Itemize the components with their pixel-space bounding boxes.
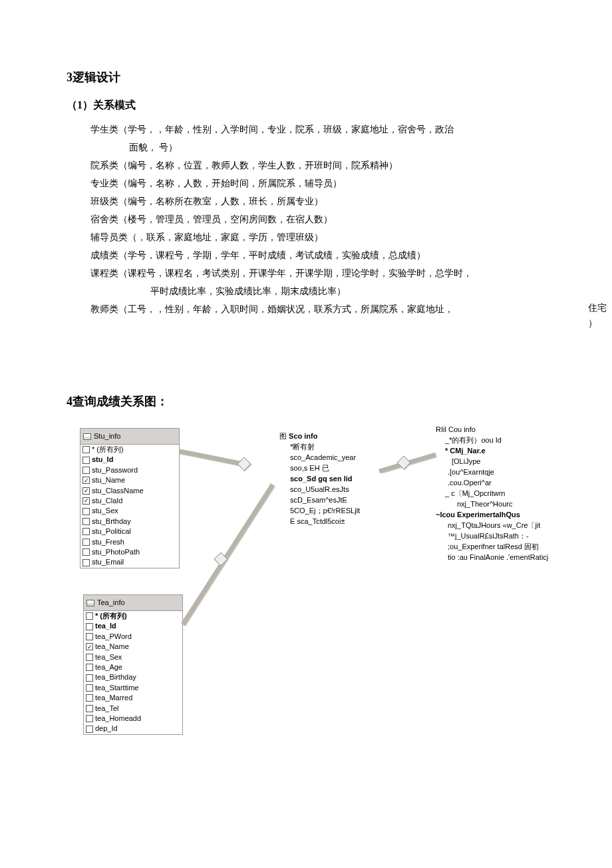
col-label: stu_Password: [92, 465, 138, 475]
schema-line: 教师类（工号，，性别，年龄，入职时间，婚姻状况，联系方式，所属院系，家庭地址，: [90, 300, 545, 318]
col-label: tea_PWord: [95, 632, 132, 642]
table-row[interactable]: tea_Id: [84, 621, 182, 631]
sco-line: E sca_Tctdl5coi±: [290, 517, 386, 527]
col-label: stu_Brthday: [92, 517, 131, 527]
col-label: tea_Birthday: [95, 672, 136, 682]
schema-line: 学生类（学号，，年龄，性别，入学时间，专业，院系，班级，家庭地址，宿舍号，政治: [90, 120, 545, 138]
cou-line: ™j_UsualR£siJtsRath：-: [436, 531, 569, 542]
checkbox-icon[interactable]: [86, 715, 93, 722]
table-row[interactable]: stu_Political: [80, 527, 179, 537]
table-row[interactable]: tea_Homeadd: [84, 714, 182, 724]
table-icon-label: 图: [279, 432, 287, 440]
checkbox-icon[interactable]: [82, 508, 90, 515]
sco-line: scD_Esam^esJtE: [290, 495, 386, 506]
schema-line: 成绩类（学号，课程号，学期，学年，平时成绩，考试成绩，实验成绩，总成绩）: [90, 246, 545, 264]
table-row[interactable]: tea_Age: [84, 662, 182, 672]
checkbox-icon[interactable]: [86, 623, 93, 630]
checkbox-icon[interactable]: ✓: [82, 477, 90, 484]
checkbox-icon[interactable]: [86, 726, 93, 733]
table-stu-info[interactable]: Stu_info * (所有列) stu_Id stu_Password ✓st…: [80, 428, 180, 568]
sco-line: sco_U5ualR.esJts: [290, 485, 386, 495]
section4-heading: 4查询成绩关系图：: [67, 391, 545, 412]
schema-line: 平时成绩比率，实验成绩比率，期末成绩比率）: [90, 282, 545, 300]
col-label: tea_Name: [95, 642, 129, 652]
col-label: tea_Tel: [95, 704, 118, 714]
checkbox-icon[interactable]: [86, 684, 93, 692]
checkbox-icon[interactable]: ✓: [82, 497, 90, 505]
table-row[interactable]: stu_Id: [80, 455, 179, 465]
table-row[interactable]: * (所有列): [84, 611, 182, 621]
cou-line: ~Icou ExperimertalhQus: [436, 510, 569, 521]
table-row[interactable]: stu_Email: [80, 557, 179, 567]
table-row[interactable]: tea_Starttime: [84, 683, 182, 693]
checkbox-icon[interactable]: ✓: [82, 487, 90, 495]
table-row[interactable]: ✓stu_ClassName: [80, 486, 179, 496]
checkbox-icon[interactable]: [86, 705, 93, 712]
table-title-text: Stu_info: [94, 430, 120, 443]
checkbox-icon[interactable]: [86, 694, 93, 702]
cou-line: [OLiJype: [445, 457, 569, 467]
svg-rect-2: [397, 456, 410, 469]
checkbox-icon[interactable]: ✓: [86, 643, 93, 650]
table-row[interactable]: dep_Id: [84, 724, 182, 734]
table-row[interactable]: stu_Password: [80, 465, 179, 475]
cou-line: nxj_Theor^Hourc: [445, 499, 569, 510]
table-row[interactable]: stu_PhotoPath: [80, 547, 179, 557]
sco-line: sco_Sd gq sen lid: [290, 474, 386, 485]
schema-line: 院系类（编号，名称，位置，教师人数，学生人数，开班时间，院系精神）: [90, 156, 545, 174]
col-label: tea_Id: [95, 621, 116, 631]
cou-line: _ c〔Mj_Opcritwrn: [445, 489, 569, 499]
col-label: tea_Sex: [95, 652, 122, 662]
checkbox-icon[interactable]: [82, 518, 90, 525]
table-row[interactable]: stu_Brthday: [80, 517, 179, 527]
checkbox-icon[interactable]: [82, 457, 90, 464]
schema-list: 学生类（学号，，年龄，性别，入学时间，专业，院系，班级，家庭地址，宿舍号，政治 …: [67, 120, 545, 318]
checkbox-icon[interactable]: [86, 633, 93, 640]
cou-line: * CMj_Nar.e: [445, 446, 569, 457]
checkbox-icon[interactable]: [86, 664, 93, 671]
cou-line: ;ou_Experifner talResd 固初: [436, 542, 569, 552]
cou-line: tio :au FinalAonie .'ementRaticj: [436, 552, 569, 563]
table-row[interactable]: ✓tea_Name: [84, 642, 182, 652]
checkbox-icon[interactable]: [82, 539, 90, 546]
checkbox-icon[interactable]: [86, 654, 93, 661]
col-label: * (所有列): [92, 445, 124, 455]
section3-sub1: （1）关系模式: [67, 96, 545, 114]
table-row[interactable]: tea_PWord: [84, 632, 182, 642]
checkbox-icon[interactable]: [82, 467, 90, 474]
table-row[interactable]: stu_Fresh: [80, 537, 179, 547]
relationship-diagram: Stu_info * (所有列) stu_Id stu_Password ✓st…: [67, 425, 545, 837]
table-tea-info[interactable]: Tea_info * (所有列) tea_Id tea_PWord ✓tea_N…: [83, 594, 183, 734]
table-title: Tea_info: [84, 595, 182, 611]
sco-line: sco_Academic_year: [290, 453, 386, 463]
table-row[interactable]: ✓stu_Name: [80, 475, 179, 485]
schema-line: 面貌， 号）: [90, 138, 545, 156]
col-label: tea_Age: [95, 662, 122, 672]
checkbox-icon[interactable]: [86, 612, 93, 620]
far-right-text: 住宅 ）: [588, 301, 607, 331]
checkbox-icon[interactable]: [82, 528, 90, 535]
checkbox-icon[interactable]: [82, 446, 90, 453]
col-label: stu_ClassName: [92, 486, 144, 496]
table-row[interactable]: ✓stu_ClaId: [80, 496, 179, 506]
col-label: tea_Homeadd: [95, 714, 141, 724]
table-row[interactable]: tea_Tel: [84, 704, 182, 714]
table-row[interactable]: tea_Birthday: [84, 672, 182, 682]
svg-rect-0: [237, 457, 251, 471]
table-row[interactable]: * (所有列): [80, 445, 179, 455]
table-icon: [86, 600, 94, 606]
sco-title: Sco info: [289, 432, 317, 440]
cou-info-block: RIil Cou info _*的有列）oou Id * CMj_Nar.e […: [436, 425, 569, 562]
checkbox-icon[interactable]: [86, 674, 93, 682]
table-row[interactable]: tea_Sex: [84, 652, 182, 662]
table-row[interactable]: stu_Sex: [80, 506, 179, 516]
table-icon: [83, 433, 91, 440]
col-label: stu_Political: [92, 527, 131, 537]
col-label: stu_Name: [92, 475, 125, 485]
table-title-text: Tea_info: [97, 596, 125, 609]
checkbox-icon[interactable]: [82, 548, 90, 556]
sco-line: 5CO_Ej；p€!rRESLjlt: [290, 506, 386, 517]
col-label: stu_Fresh: [92, 537, 124, 547]
table-row[interactable]: tea_Marred: [84, 693, 182, 703]
checkbox-icon[interactable]: [82, 559, 90, 566]
